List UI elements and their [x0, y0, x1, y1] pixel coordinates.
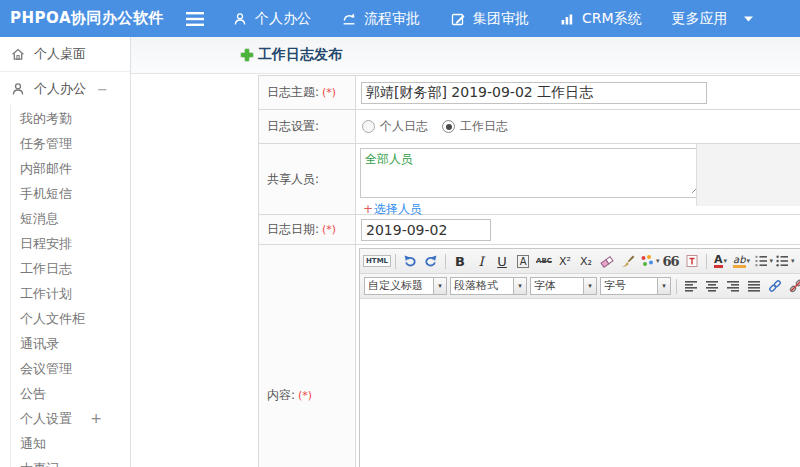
caret-down-icon: ▾ — [656, 257, 660, 265]
unlink-glyph — [788, 278, 800, 294]
sidebar-item[interactable]: 工作日志 — [0, 256, 130, 281]
sidebar-item-settings[interactable]: 个人设置 + — [0, 406, 130, 431]
nav-crm-system[interactable]: CRM系统 — [559, 10, 642, 28]
font-border-button[interactable]: A — [513, 252, 533, 270]
sidebar-item-label: 个人设置 — [20, 411, 72, 426]
caret-down-icon[interactable]: ▾ — [584, 277, 597, 295]
subscript-button[interactable]: X₂ — [576, 252, 596, 270]
date-input[interactable] — [361, 219, 491, 241]
caret-down-icon[interactable]: ▾ — [514, 277, 527, 295]
plus-icon: + — [363, 202, 373, 216]
collapse-icon: − — [97, 82, 108, 97]
editor-content[interactable] — [360, 299, 800, 467]
html-source-button[interactable]: HTML — [363, 252, 391, 270]
caret-down-icon[interactable]: ▾ — [434, 277, 447, 295]
sidebar-item[interactable]: 工作计划 — [0, 281, 130, 306]
sidebar-item[interactable]: 我的考勤 — [0, 106, 130, 131]
align-justify-icon[interactable] — [744, 277, 764, 295]
sidebar: 个人桌面 个人办公 − 我的考勤任务管理内部邮件手机短信短消息日程安排工作日志工… — [0, 37, 131, 467]
add-icon — [241, 49, 253, 61]
caret-down-icon: ▾ — [747, 257, 751, 265]
sidebar-item-desktop[interactable]: 个人桌面 — [0, 37, 130, 72]
link-icon[interactable] — [765, 277, 785, 295]
hamburger-menu-icon[interactable] — [186, 11, 206, 27]
radio-checked-icon[interactable] — [442, 120, 455, 133]
sidebar-section-label: 个人办公 — [34, 80, 86, 98]
subject-input[interactable] — [361, 82, 707, 104]
eraser-glyph — [599, 253, 615, 269]
bar-chart-icon — [559, 11, 575, 27]
toolbar-separator — [445, 254, 446, 269]
emotion-icon[interactable]: ▾ — [639, 252, 660, 270]
font-color-button[interactable]: A▾ — [711, 252, 731, 270]
align-center-icon[interactable] — [702, 277, 722, 295]
nav-more-apps[interactable]: 更多应用 — [672, 10, 754, 28]
sidebar-item[interactable]: 通知 — [0, 431, 130, 456]
ordered-list-icon[interactable]: ▾ — [753, 252, 774, 270]
sidebar-item-label: 个人桌面 — [34, 45, 86, 63]
nav-workflow-approval[interactable]: 流程审批 — [341, 10, 420, 28]
nav-group-approval[interactable]: 集团审批 — [450, 10, 529, 28]
radio-label: 个人日志 — [380, 118, 428, 135]
align-right-icon[interactable] — [723, 277, 743, 295]
sidebar-item[interactable]: 通讯录 — [0, 331, 130, 356]
caret-down-icon[interactable]: ▾ — [658, 277, 671, 295]
sidebar-item[interactable]: 公告 — [0, 381, 130, 406]
new-page-icon[interactable] — [796, 252, 800, 270]
superscript-button[interactable]: X² — [555, 252, 575, 270]
paragraph-format-select[interactable]: 段落格式▾ — [450, 277, 527, 295]
log-type-option[interactable]: 个人日志 — [362, 118, 428, 135]
select-value: 段落格式 — [450, 277, 514, 295]
select-value: 自定义标题 — [364, 277, 434, 295]
date-row: 日志日期: (*) — [259, 215, 800, 245]
sidebar-item[interactable]: 内部邮件 — [0, 156, 130, 181]
button-glyph: X₂ — [580, 255, 592, 268]
eraser-icon[interactable] — [597, 252, 617, 270]
font-size-select[interactable]: 字号▾ — [600, 277, 671, 295]
share-people-textarea[interactable]: 全部人员 — [360, 148, 703, 198]
editor-toolbar-row2: 自定义标题▾段落格式▾字体▾字号▾ — [360, 274, 800, 299]
italic-button[interactable]: I — [471, 252, 491, 270]
format-brush-icon[interactable] — [618, 252, 638, 270]
log-type-options: 个人日志工作日志 — [356, 110, 800, 143]
alignr-glyph — [725, 278, 741, 294]
sidebar-item[interactable]: 任务管理 — [0, 131, 130, 156]
radio-unchecked-icon[interactable] — [362, 120, 375, 133]
sidebar-item[interactable]: 手机短信 — [0, 181, 130, 206]
unlink-icon[interactable] — [786, 277, 800, 295]
align-left-icon[interactable] — [681, 277, 701, 295]
button-glyph: B — [455, 254, 465, 269]
underline-button[interactable]: U — [492, 252, 512, 270]
undo-icon[interactable] — [400, 252, 420, 270]
alignl-glyph — [683, 278, 699, 294]
content-row: 内容: (*) HTMLBIUAABCX²X₂▾66A▾ab▾▾▾ 自定义标题▾… — [259, 245, 800, 467]
sidebar-item[interactable]: 短消息 — [0, 206, 130, 231]
sidebar-item[interactable]: 个人文件柜 — [0, 306, 130, 331]
sidebar-item[interactable]: 会议管理 — [0, 356, 130, 381]
custom-heading-select[interactable]: 自定义标题▾ — [364, 277, 447, 295]
sidebar-item[interactable]: 大事记 — [0, 456, 130, 467]
button-glyph: A — [714, 255, 723, 268]
date-label: 日志日期: — [267, 221, 319, 238]
strikethrough-button[interactable]: ABC — [534, 252, 554, 270]
blockquote-button[interactable]: 66 — [661, 252, 681, 270]
sidebar-item[interactable]: 日程安排 — [0, 231, 130, 256]
expand-icon: + — [90, 406, 102, 431]
alignj-glyph — [746, 278, 762, 294]
paste-text-icon[interactable] — [682, 252, 702, 270]
edit-square-icon — [450, 11, 466, 27]
highlight-color-button[interactable]: ab▾ — [732, 252, 752, 270]
sidebar-sub-list: 我的考勤任务管理内部邮件手机短信短消息日程安排工作日志工作计划个人文件柜通讯录会… — [0, 106, 130, 406]
button-glyph: 66 — [663, 254, 679, 269]
bold-button[interactable]: B — [450, 252, 470, 270]
app-logo: PHPOA协同办公软件 — [10, 9, 164, 28]
redo-icon[interactable] — [421, 252, 441, 270]
log-type-option[interactable]: 工作日志 — [442, 118, 508, 135]
ul-glyph — [774, 253, 790, 269]
unordered-list-icon[interactable]: ▾ — [774, 252, 795, 270]
font-family-select[interactable]: 字体▾ — [530, 277, 597, 295]
toolbar-separator — [706, 254, 707, 269]
redo-glyph — [423, 253, 439, 269]
sidebar-section-personal-office[interactable]: 个人办公 − — [0, 72, 130, 106]
nav-personal-office[interactable]: 个人办公 — [232, 10, 311, 28]
